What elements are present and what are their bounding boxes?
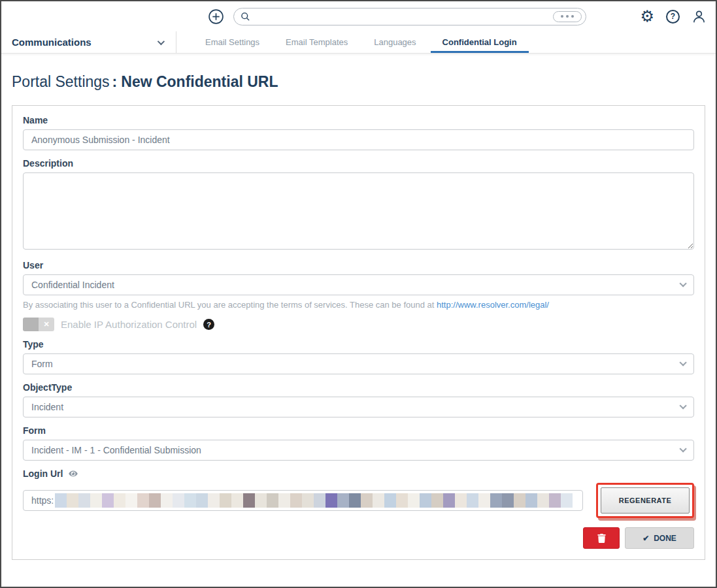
- chevron-down-icon: [679, 280, 686, 287]
- regenerate-button[interactable]: REGENERATE: [601, 487, 690, 514]
- terms-helper-text: By associating this user to a Confidenti…: [23, 300, 694, 310]
- type-select-value: Form: [31, 359, 53, 369]
- toggle-track: [23, 318, 39, 331]
- user-select-value: Confidential Incident: [31, 280, 114, 290]
- terms-link[interactable]: http://www.resolver.com/legal/: [437, 300, 549, 310]
- navbar: Communications Email Settings Email Temp…: [1, 31, 716, 54]
- module-dropdown-communications[interactable]: Communications: [1, 31, 176, 53]
- objecttype-label: ObjectType: [23, 382, 694, 393]
- annotation-highlight-box: REGENERATE: [596, 483, 694, 518]
- plus-circle-icon: [208, 8, 224, 25]
- objecttype-select-value: Incident: [31, 402, 63, 412]
- type-label: Type: [23, 339, 694, 350]
- form-select-value: Incident - IM - 1 - Confidential Submiss…: [31, 445, 201, 455]
- tab-languages[interactable]: Languages: [361, 31, 429, 53]
- login-url-input[interactable]: https:: [23, 490, 583, 511]
- person-icon: [692, 9, 707, 24]
- delete-button[interactable]: [583, 527, 620, 549]
- tab-email-templates[interactable]: Email Templates: [273, 31, 361, 53]
- tab-confidential-login[interactable]: Confidential Login: [429, 31, 530, 53]
- module-dropdown-label: Communications: [12, 37, 92, 48]
- add-button[interactable]: [208, 8, 224, 25]
- user-select[interactable]: Confidential Incident: [23, 274, 694, 295]
- topbar: ⚙ ?: [1, 1, 716, 31]
- page-title-prefix: Portal Settings: [12, 73, 110, 90]
- user-profile-icon[interactable]: [692, 9, 707, 24]
- type-select[interactable]: Form: [23, 353, 694, 374]
- question-help-icon[interactable]: ?: [203, 319, 214, 330]
- search-icon: [241, 12, 250, 22]
- done-button[interactable]: ✔ DONE: [625, 527, 694, 549]
- description-label: Description: [23, 158, 694, 169]
- login-url-prefix: https:: [31, 495, 54, 506]
- description-textarea[interactable]: [23, 172, 694, 250]
- ip-authorization-row: ✕ Enable IP Authorization Control ?: [23, 318, 694, 331]
- login-url-label-row: Login Url: [23, 468, 694, 479]
- form-select[interactable]: Incident - IM - 1 - Confidential Submiss…: [23, 440, 694, 461]
- form-label: Form: [23, 425, 694, 436]
- trash-icon: [597, 534, 606, 543]
- tab-email-settings[interactable]: Email Settings: [192, 31, 273, 53]
- terms-text: By associating this user to a Confidenti…: [23, 300, 437, 310]
- settings-gear-icon[interactable]: ⚙: [640, 8, 654, 24]
- objecttype-select[interactable]: Incident: [23, 397, 694, 417]
- nav-tabs: Email Settings Email Templates Languages…: [192, 31, 530, 53]
- name-label: Name: [23, 115, 694, 125]
- confidential-url-form-panel: Name Description User Confidential Incid…: [12, 105, 705, 560]
- login-url-row: https: REGENERATE: [23, 483, 694, 518]
- chevron-down-icon: [679, 402, 686, 409]
- help-icon[interactable]: ?: [666, 10, 680, 24]
- eye-icon[interactable]: [68, 470, 78, 478]
- chevron-down-icon: [679, 445, 686, 452]
- app-window: { "icons": { "gear": "⚙", "help": "?", "…: [0, 0, 717, 588]
- page-title-separator: :: [112, 73, 118, 90]
- chevron-down-icon: [158, 37, 165, 44]
- page-title-main: New Confidential URL: [121, 73, 278, 90]
- done-button-label: DONE: [654, 534, 676, 543]
- user-label: User: [23, 260, 694, 270]
- name-input[interactable]: [23, 129, 694, 150]
- topbar-right-icons: ⚙ ?: [640, 8, 707, 24]
- ip-authorization-toggle[interactable]: ✕: [23, 318, 54, 331]
- toggle-off-knob: ✕: [39, 318, 54, 331]
- form-actions: ✔ DONE: [23, 527, 694, 549]
- chevron-down-icon: [679, 359, 686, 366]
- page-title: Portal Settings:New Confidential URL: [12, 73, 705, 91]
- ip-authorization-label: Enable IP Authorization Control: [61, 319, 197, 330]
- redacted-url-mosaic: [55, 493, 578, 508]
- more-options-icon[interactable]: [553, 11, 582, 22]
- check-icon: ✔: [642, 534, 649, 543]
- search-bar[interactable]: [233, 8, 586, 25]
- search-input[interactable]: [256, 12, 548, 22]
- login-url-label: Login Url: [23, 468, 63, 479]
